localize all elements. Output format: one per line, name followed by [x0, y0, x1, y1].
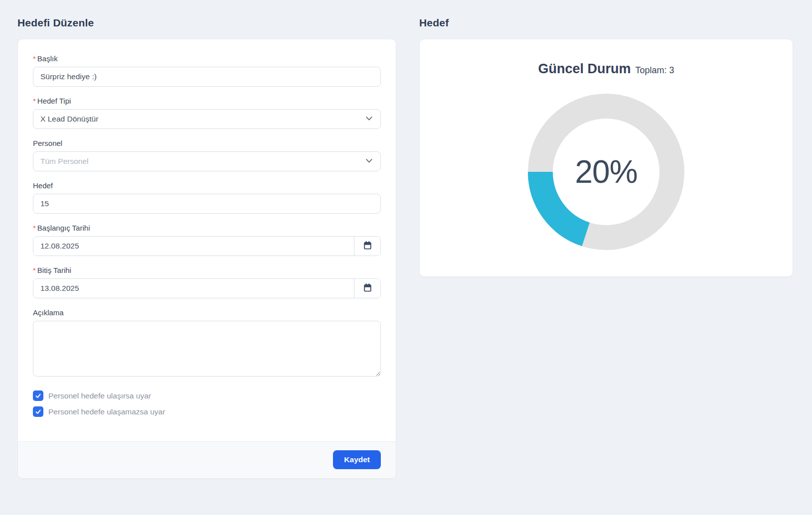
checkbox-label: Personel hedefe ulaşamazsa uyar: [48, 407, 165, 416]
notify-on-miss-row[interactable]: Personel hedefe ulaşamazsa uyar: [33, 406, 381, 417]
title-input[interactable]: [33, 67, 381, 87]
edit-goal-card: *Başlık *Hedef Tipi X Lead Dönüştür Pers…: [17, 39, 396, 479]
required-marker: *: [33, 224, 36, 232]
notification-options: Personel hedefe ulaşırsa uyar Personel h…: [33, 390, 381, 417]
personnel-placeholder: Tüm Personel: [40, 157, 88, 166]
checkbox-checked-icon[interactable]: [33, 406, 43, 417]
percent-label: 20%: [528, 94, 684, 250]
required-marker: *: [33, 54, 36, 63]
chart-header: Güncel Durum Toplam: 3: [538, 61, 674, 77]
calendar-icon: [363, 241, 372, 252]
start-date-picker-button[interactable]: [354, 237, 380, 256]
description-textarea[interactable]: [33, 321, 381, 377]
chart-total-label: Toplam: 3: [635, 65, 674, 76]
field-title: *Başlık: [33, 54, 381, 87]
goal-status-card: Güncel Durum Toplam: 3 20%: [419, 39, 793, 277]
field-start-date: *Başlangıç Tarihi: [33, 224, 381, 256]
field-target: Hedef: [33, 181, 381, 214]
end-date-group: [33, 278, 381, 298]
goal-type-selected-value: X Lead Dönüştür: [40, 115, 98, 124]
form-footer: Kaydet: [18, 441, 396, 478]
target-input[interactable]: [33, 194, 381, 214]
end-date-input[interactable]: [33, 279, 354, 298]
calendar-icon: [363, 283, 372, 294]
target-label: Hedef: [33, 181, 381, 190]
start-date-input[interactable]: [33, 237, 354, 256]
checkbox-label: Personel hedefe ulaşırsa uyar: [48, 391, 151, 400]
field-description: Açıklama: [33, 308, 381, 379]
personnel-select[interactable]: Tüm Personel: [33, 151, 381, 171]
end-date-label: *Bitiş Tarihi: [33, 266, 381, 274]
field-goal-type: *Hedef Tipi X Lead Dönüştür: [33, 97, 381, 129]
goal-status-column: Hedef Güncel Durum Toplam: 3 20%: [419, 14, 793, 515]
page-title: Hedefi Düzenle: [17, 17, 396, 29]
goal-type-label: *Hedef Tipi: [33, 97, 381, 105]
chevron-down-icon: [365, 156, 373, 167]
edit-goal-column: Hedefi Düzenle *Başlık *Hedef Tipi X Lea…: [17, 14, 396, 515]
edit-goal-form: *Başlık *Hedef Tipi X Lead Dönüştür Pers…: [18, 39, 396, 441]
description-label: Açıklama: [33, 308, 381, 317]
field-end-date: *Bitiş Tarihi: [33, 266, 381, 298]
chevron-down-icon: [365, 114, 373, 125]
panel-title: Hedef: [419, 17, 793, 29]
checkbox-checked-icon[interactable]: [33, 390, 43, 401]
goal-type-select[interactable]: X Lead Dönüştür: [33, 109, 381, 129]
chart-title: Güncel Durum: [538, 61, 631, 77]
donut-chart: 20%: [528, 94, 684, 250]
title-label: *Başlık: [33, 54, 381, 63]
field-personnel: Personel Tüm Personel: [33, 139, 381, 171]
start-date-label: *Başlangıç Tarihi: [33, 224, 381, 232]
save-button[interactable]: Kaydet: [333, 450, 381, 469]
notify-on-reach-row[interactable]: Personel hedefe ulaşırsa uyar: [33, 390, 381, 401]
required-marker: *: [33, 266, 36, 274]
start-date-group: [33, 236, 381, 256]
page: Hedefi Düzenle *Başlık *Hedef Tipi X Lea…: [0, 0, 812, 515]
personnel-label: Personel: [33, 139, 381, 147]
required-marker: *: [33, 97, 36, 105]
end-date-picker-button[interactable]: [354, 279, 380, 298]
